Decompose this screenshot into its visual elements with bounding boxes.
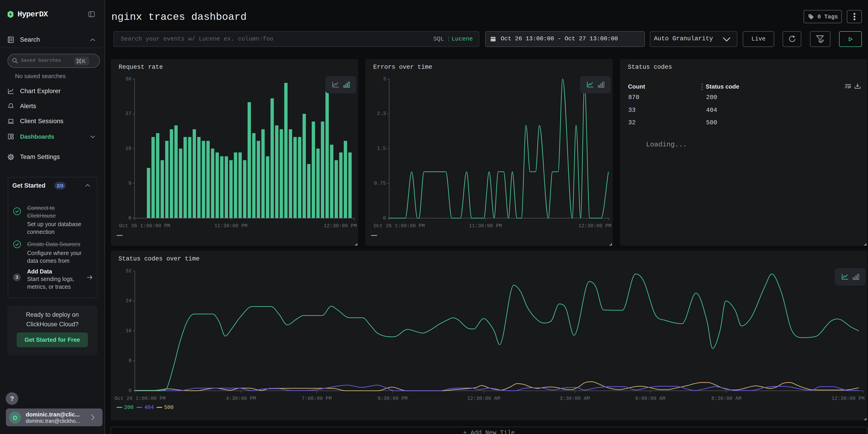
svg-text:12:30:00 PM: 12:30:00 PM xyxy=(324,223,357,229)
svg-text:0: 0 xyxy=(383,215,386,221)
svg-text:1.5: 1.5 xyxy=(377,146,386,151)
svg-text:18: 18 xyxy=(125,146,131,151)
svg-text:36: 36 xyxy=(125,76,131,82)
svg-text:16: 16 xyxy=(126,328,132,334)
svg-text:3:30:00 AM: 3:30:00 AM xyxy=(560,396,590,401)
svg-text:4:30:00 PM: 4:30:00 PM xyxy=(226,396,256,401)
svg-text:11:30:00 PM: 11:30:00 PM xyxy=(214,223,247,229)
svg-text:12:30:00 PM: 12:30:00 PM xyxy=(832,396,865,401)
svg-text:Oct 26 1:00:00 PM: Oct 26 1:00:00 PM xyxy=(115,396,165,401)
svg-text:11:30:00 PM: 11:30:00 PM xyxy=(469,223,502,229)
svg-text:Oct 26 1:00:00 PM: Oct 26 1:00:00 PM xyxy=(119,223,170,229)
svg-text:8: 8 xyxy=(129,358,132,364)
svg-text:9: 9 xyxy=(128,181,131,186)
svg-text:0: 0 xyxy=(128,215,131,221)
svg-text:12:30:00 AM: 12:30:00 AM xyxy=(467,396,500,401)
svg-text:3: 3 xyxy=(383,76,386,82)
svg-text:27: 27 xyxy=(125,111,131,117)
svg-text:0: 0 xyxy=(129,388,132,394)
svg-text:24: 24 xyxy=(126,298,132,304)
svg-text:12:30:00 PM: 12:30:00 PM xyxy=(578,223,611,229)
svg-text:6:00:00 AM: 6:00:00 AM xyxy=(635,396,665,401)
svg-text:0.75: 0.75 xyxy=(374,181,386,186)
svg-text:7:00:00 PM: 7:00:00 PM xyxy=(302,396,332,401)
svg-text:8:30:00 AM: 8:30:00 AM xyxy=(711,396,741,401)
svg-text:32: 32 xyxy=(126,268,132,274)
svg-text:9:30:00 PM: 9:30:00 PM xyxy=(377,396,408,401)
svg-text:Oct 26 1:00:00 PM: Oct 26 1:00:00 PM xyxy=(374,223,425,229)
svg-text:2.3: 2.3 xyxy=(377,111,386,117)
